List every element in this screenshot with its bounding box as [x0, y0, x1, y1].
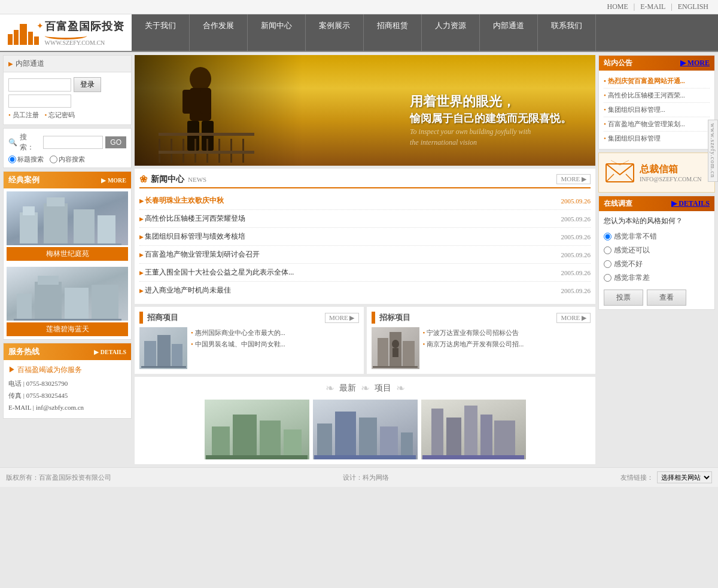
search-option-title[interactable]: 标题搜索 — [8, 155, 44, 164]
register-link[interactable]: 员工注册 — [8, 111, 39, 120]
nav-contact[interactable]: 联系我们 — [538, 14, 596, 51]
case-label-2[interactable]: 莲塘碧海蓝天 — [7, 322, 128, 336]
announcement-item-2: 集团组织目标管理... — [604, 103, 710, 117]
news-link-1[interactable]: 高性价比压轴楼王河西荣耀登场 — [139, 214, 245, 224]
survey-radio-0[interactable] — [604, 233, 611, 240]
nav-cooperation[interactable]: 合作发展 — [190, 14, 248, 51]
svg-rect-8 — [35, 282, 62, 321]
svg-rect-53 — [480, 415, 492, 459]
top-home-link[interactable]: HOME — [607, 2, 628, 11]
announcement-header: 站内公告 ▶ MORE — [599, 56, 714, 71]
investment-img — [139, 327, 187, 369]
svg-rect-44 — [317, 424, 332, 459]
search-options: 标题搜索 内容搜索 — [8, 155, 126, 164]
announcement-link-0[interactable]: 热烈庆贺百富盈网站开通... — [604, 77, 685, 84]
nav-about[interactable]: 关于我们 — [132, 14, 190, 51]
search-input[interactable] — [43, 136, 103, 149]
announcement-link-4[interactable]: 集团组织目标管理 — [604, 135, 661, 142]
username-input[interactable] — [8, 78, 71, 92]
case-building-svg-2 — [14, 270, 121, 321]
center-column: 用着世界的眼光， 愉阅属于自己的建筑而无限喜悦。 To inspect your… — [135, 55, 595, 464]
survey-option-2[interactable]: 感觉不好 — [604, 257, 710, 271]
bidding-header: 招标项目 MORE ▶ — [372, 312, 591, 324]
nav-invest[interactable]: 招商租赁 — [364, 14, 422, 51]
case-img-1 — [7, 191, 128, 245]
announcement-link-1[interactable]: 高性价比压轴楼王河西荣... — [604, 92, 685, 99]
classic-cases-header: 经典案例 ▶ MORE — [4, 172, 131, 188]
announcement-link-3[interactable]: 百富盈地产物业管理策划... — [604, 120, 685, 127]
building-bar5 — [34, 36, 39, 45]
search-radio-title[interactable] — [8, 156, 16, 163]
service-header: 服务热线 ▶ DETAILS — [4, 343, 131, 360]
search-option-content[interactable]: 内容搜索 — [50, 155, 85, 164]
news-date-1: 2005.09.26 — [561, 215, 591, 223]
survey-radio-3[interactable] — [604, 274, 611, 282]
latest-svg-1 — [206, 403, 308, 459]
banner-text-cn-2: 愉阅属于自己的建筑而无限喜悦。 — [410, 111, 571, 126]
news-link-0[interactable]: 长春明珠业主欢歌庆中秋 — [139, 196, 224, 206]
logo-url: WWW.SZEFY.COM.CN — [45, 39, 124, 46]
search-go-button[interactable]: GO — [105, 136, 126, 148]
case-label-1[interactable]: 梅林世纪庭苑 — [7, 247, 128, 261]
nav-news[interactable]: 新闻中心 — [248, 14, 306, 51]
ceo-title: 总裁信箱 — [640, 163, 702, 176]
announcement-more[interactable]: ▶ MORE — [680, 59, 710, 68]
survey-option-3[interactable]: 感觉非常差 — [604, 271, 710, 285]
forgot-link[interactable]: 忘记密码 — [45, 111, 75, 120]
news-item-2: 集团组织目标管理与绩效考核培 2005.09.26 — [139, 228, 591, 246]
nav-hr[interactable]: 人力资源 — [422, 14, 480, 51]
svg-rect-43 — [206, 455, 308, 459]
top-email-link[interactable]: E-MAIL — [640, 2, 665, 11]
investment-title-icon — [139, 312, 143, 324]
search-radio-content[interactable] — [50, 156, 57, 163]
survey-more[interactable]: ▶ DETAILS — [671, 199, 710, 208]
svg-rect-28 — [159, 151, 254, 154]
classic-cases-more[interactable]: ▶ MORE — [101, 177, 126, 184]
news-deco-icon: ❀ — [139, 173, 147, 185]
left-column: ▶ 内部通道 登录 员工注册 忘记密码 🔍 — [3, 55, 132, 464]
news-title: ❀ 新闻中心 NEWS — [139, 173, 206, 185]
login-button[interactable]: 登录 — [74, 77, 101, 92]
svg-rect-30 — [157, 335, 171, 368]
classic-cases-panel: 经典案例 ▶ MORE — [3, 171, 132, 340]
service-more[interactable]: ▶ DETAILS — [94, 349, 126, 355]
survey-radio-1[interactable] — [604, 246, 611, 254]
survey-vote-button[interactable]: 投票 — [604, 290, 643, 306]
case-building-svg-1 — [14, 194, 121, 245]
survey-option-1[interactable]: 感觉还可以 — [604, 243, 710, 257]
svg-rect-11 — [92, 285, 118, 321]
news-list: 长春明珠业主欢歌庆中秋 2005.09.26 高性价比压轴楼王河西荣耀登场 20… — [139, 192, 591, 299]
survey-view-button[interactable]: 查看 — [647, 290, 686, 306]
top-english-link[interactable]: ENGLISH — [678, 2, 708, 11]
nav-internal[interactable]: 内部通道 — [480, 14, 538, 51]
svg-line-57 — [606, 174, 614, 182]
svg-rect-31 — [172, 344, 182, 368]
friend-select[interactable]: 选择相关网站 — [657, 471, 712, 483]
login-form: 登录 员工注册 忘记密码 — [4, 72, 131, 124]
news-more-button[interactable]: MORE ▶ — [556, 174, 591, 184]
svg-rect-6 — [14, 243, 121, 245]
investment-more[interactable]: MORE ▶ — [325, 313, 359, 323]
ceo-email: INFO@SZEFY.COM.CN — [640, 176, 702, 182]
news-link-2[interactable]: 集团组织目标管理与绩效考核培 — [139, 231, 245, 242]
service-company: ▶ 百福盈竭诚为你服务 — [8, 365, 126, 375]
news-link-4[interactable]: 王董入围全国十大社会公益之星为此表示全体... — [139, 267, 294, 278]
survey-radio-2[interactable] — [604, 260, 611, 268]
banner: 用着世界的眼光， 愉阅属于自己的建筑而无限喜悦。 To inspect your… — [135, 55, 595, 166]
bidding-title: 招标项目 — [372, 312, 410, 324]
svg-rect-33 — [378, 338, 388, 368]
news-link-3[interactable]: 百富盈地产物业管理策划研讨会召开 — [139, 249, 260, 260]
bidding-more[interactable]: MORE ▶ — [556, 313, 591, 323]
investment-content: 惠州国际商业中心全市最大的... 中国男装名城、中国时尚女鞋... — [139, 327, 359, 369]
announcement-link-2[interactable]: 集团组织目标管理... — [604, 106, 665, 113]
survey-option-0[interactable]: 感觉非常不错 — [604, 230, 710, 243]
search-label: 搜索： — [20, 132, 41, 153]
ceo-panel: 总裁信箱 INFO@SZEFY.COM.CN — [598, 153, 715, 193]
nav-cases[interactable]: 案例展示 — [306, 14, 364, 51]
svg-rect-35 — [403, 341, 415, 368]
banner-text-en: To inspect your own building joyfully wi… — [410, 126, 571, 148]
service-panel: 服务热线 ▶ DETAILS ▶ 百福盈竭诚为你服务 电话 | 0755-830… — [3, 343, 132, 419]
password-input[interactable] — [8, 95, 71, 108]
news-link-5[interactable]: 进入商业地产时机尚未最佳 — [139, 285, 231, 295]
announcement-panel: 站内公告 ▶ MORE 热烈庆贺百富盈网站开通... 高性价比压轴楼王河西荣..… — [598, 55, 715, 150]
